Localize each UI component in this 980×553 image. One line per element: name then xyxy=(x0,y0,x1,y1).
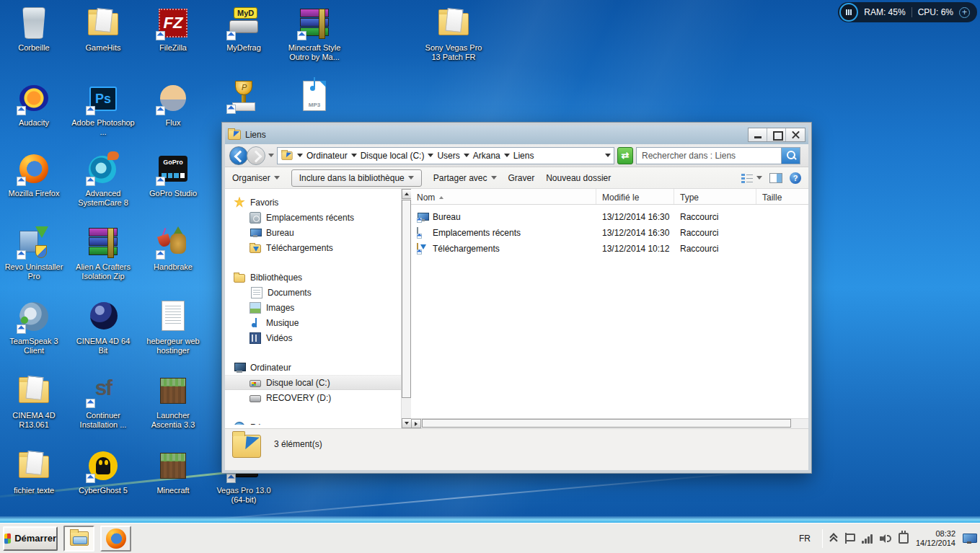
desktop-icon-corbeille[interactable]: Corbeille xyxy=(1,6,66,53)
display-icon[interactable] xyxy=(963,534,976,544)
preview-pane-button[interactable] xyxy=(769,173,782,183)
desktop-icon-photoshop[interactable]: Ps Adobe Photoshop ... xyxy=(71,81,136,137)
column-header-modifie[interactable]: Modifié le xyxy=(596,189,674,204)
sidebar-item-recovery-d[interactable]: RECOVERY (D:) xyxy=(225,390,401,405)
language-indicator[interactable]: FR xyxy=(795,534,815,544)
sidebar-item-bureau[interactable]: Bureau xyxy=(225,225,401,240)
recycle-bin-icon xyxy=(22,7,45,39)
search-box[interactable]: Rechercher dans : Liens xyxy=(636,147,800,164)
help-button[interactable]: ? xyxy=(790,172,801,184)
breadcrumb-segment[interactable]: Arkana xyxy=(473,151,500,161)
breadcrumb-dropdown-icon[interactable] xyxy=(428,154,433,157)
refresh-button[interactable]: ⇄ xyxy=(617,147,633,164)
desktop-icon-advanced-systemcare[interactable]: Advanced SystemCare 8 xyxy=(71,151,136,208)
volume-icon[interactable] xyxy=(880,534,891,544)
system-tray: FR 08:32 14/12/2014 xyxy=(795,523,980,553)
desktop-icon-mp3-file[interactable]: MP3 xyxy=(282,79,347,117)
power-plug-icon[interactable] xyxy=(899,533,909,544)
sidebar-item-bibliotheques[interactable]: Bibliothèques xyxy=(225,270,401,285)
scroll-down-icon[interactable] xyxy=(402,418,412,428)
title-bar[interactable]: Liens xyxy=(225,125,808,144)
breadcrumb-dropdown-icon[interactable] xyxy=(464,154,469,157)
back-button[interactable] xyxy=(229,146,248,165)
desktop-icon-continuer-installation[interactable]: sf Continuer Installation ... xyxy=(71,373,136,430)
breadcrumb[interactable]: Ordinateur Disque local (C:) Users Arkan… xyxy=(277,147,614,164)
network-globe-icon xyxy=(234,422,245,425)
desktop-icon-minecraft-outro[interactable]: Minecraft Style Outro by Ma... xyxy=(282,6,347,62)
burn-button[interactable]: Graver xyxy=(508,173,535,183)
desktop-icon-cinema4d-64[interactable]: CINEMA 4D 64 Bit xyxy=(71,299,136,355)
sidebar-scrollbar[interactable] xyxy=(401,189,411,428)
scrollbar-thumb[interactable] xyxy=(402,200,411,398)
action-center-flag-icon[interactable] xyxy=(844,533,855,544)
new-folder-button[interactable]: Nouveau dossier xyxy=(546,173,611,183)
desktop-icon-firefox[interactable]: Mozilla Firefox xyxy=(1,151,66,198)
sidebar-item-telechargements[interactable]: Téléchargements xyxy=(225,240,401,255)
include-in-library-button[interactable]: Inclure dans la bibliothèque xyxy=(291,169,422,187)
systemcare-broom-icon[interactable] xyxy=(839,3,858,22)
breadcrumb-segment[interactable]: Users xyxy=(437,151,459,161)
minimize-button[interactable] xyxy=(749,128,767,141)
organiser-button[interactable]: Organiser xyxy=(232,173,280,183)
desktop-icon-hebergeur[interactable]: hebergeur web hostinger xyxy=(141,299,206,355)
breadcrumb-dropdown-icon[interactable] xyxy=(351,154,357,157)
desktop-icon-cinema4d-r13[interactable]: CINEMA 4D R13.061 xyxy=(1,373,66,430)
desktop-icon-alien-crafters-zip[interactable]: Alien A Crafters Isolation Zip xyxy=(71,225,136,281)
desktop-icon-audacity[interactable]: Audacity xyxy=(1,81,66,128)
desktop-icon-mydefrag[interactable]: MyD MyDefrag xyxy=(211,6,276,53)
close-button[interactable] xyxy=(786,128,805,141)
desktop-icon-cyberghost[interactable]: CyberGhost 5 xyxy=(71,448,136,495)
sidebar-item-documents[interactable]: Documents xyxy=(225,285,401,300)
recent-pages-dropdown-icon[interactable] xyxy=(268,154,274,157)
file-row-telechargements[interactable]: Téléchargements 13/12/2014 10:12 Raccour… xyxy=(411,241,808,257)
taskbar-firefox-button[interactable] xyxy=(100,526,131,552)
scrollbar-thumb[interactable] xyxy=(422,419,791,428)
desktop-icon-flux[interactable]: Flux xyxy=(141,81,206,128)
file-row-bureau[interactable]: Bureau 13/12/2014 16:30 Raccourci xyxy=(411,209,808,225)
sidebar-item-ordinateur[interactable]: Ordinateur xyxy=(225,360,401,375)
desktop-icon-fichier-texte[interactable]: fichier texte xyxy=(1,448,66,495)
address-history-dropdown-icon[interactable] xyxy=(605,154,611,157)
breadcrumb-dropdown-icon[interactable] xyxy=(504,154,510,157)
file-row-emplacements-recents[interactable]: Emplacements récents 13/12/2014 16:30 Ra… xyxy=(411,225,808,241)
maximize-button[interactable] xyxy=(767,128,786,141)
desktop-icon-launcher-ascentia[interactable]: Launcher Ascentia 3.3 xyxy=(141,373,206,430)
desktop-icon-handbrake[interactable]: Handbrake xyxy=(141,225,206,272)
scroll-right-icon[interactable] xyxy=(411,419,421,428)
forward-button[interactable] xyxy=(247,146,265,165)
breadcrumb-segment[interactable]: Liens xyxy=(513,151,534,161)
desktop-icon-minecraft[interactable]: Minecraft xyxy=(141,448,206,495)
breadcrumb-segment[interactable]: Disque local (C:) xyxy=(361,151,425,161)
sidebar-item-reseau[interactable]: Réseau xyxy=(225,420,401,425)
tray-chevron-icon[interactable] xyxy=(830,534,837,543)
sidebar-item-favoris[interactable]: Favoris xyxy=(225,195,401,210)
column-header-taille[interactable]: Taille xyxy=(756,189,808,204)
column-header-type[interactable]: Type xyxy=(674,189,756,204)
desktop-icon-gamehits[interactable]: GameHits xyxy=(71,6,136,53)
tray-clock[interactable]: 08:32 14/12/2014 xyxy=(916,529,955,548)
network-signal-icon[interactable] xyxy=(862,534,873,544)
share-with-button[interactable]: Partager avec xyxy=(433,173,497,183)
sidebar-item-emplacements-recents[interactable]: Emplacements récents xyxy=(225,210,401,225)
desktop-icon-trophy[interactable]: P xyxy=(211,79,276,117)
desktop-icon-revo-uninstaller[interactable]: Revo Uninstaller Pro xyxy=(1,225,66,281)
taskbar-explorer-button[interactable] xyxy=(63,526,94,552)
sidebar-item-images[interactable]: Images xyxy=(225,300,401,315)
breadcrumb-dropdown-icon[interactable] xyxy=(297,154,303,157)
desktop-icon-gopro-studio[interactable]: GoPro GoPro Studio xyxy=(141,151,206,198)
column-header-nom[interactable]: Nom xyxy=(411,189,596,204)
sidebar-item-videos[interactable]: Vidéos xyxy=(225,330,401,345)
expand-plus-icon[interactable]: + xyxy=(959,7,970,18)
start-button[interactable]: Démarrer xyxy=(3,526,58,551)
sidebar-item-disque-local-c[interactable]: Disque local (C:) xyxy=(225,375,401,390)
performance-monitor-widget[interactable]: RAM: 45% CPU: 6% + xyxy=(838,2,977,22)
sidebar-item-musique[interactable]: Musique xyxy=(225,315,401,330)
breadcrumb-segment[interactable]: Ordinateur xyxy=(306,151,348,161)
desktop-icon-sony-vegas-patch[interactable]: Sony Vegas Pro 13 Patch FR xyxy=(421,6,486,62)
change-view-button[interactable] xyxy=(741,173,762,183)
desktop-icon-teamspeak[interactable]: TeamSpeak 3 Client xyxy=(1,299,66,355)
search-icon[interactable] xyxy=(781,148,800,164)
horizontal-scrollbar[interactable] xyxy=(411,418,808,428)
scroll-up-icon[interactable] xyxy=(402,189,412,199)
desktop-icon-filezilla[interactable]: FZ FileZilla xyxy=(141,6,206,53)
